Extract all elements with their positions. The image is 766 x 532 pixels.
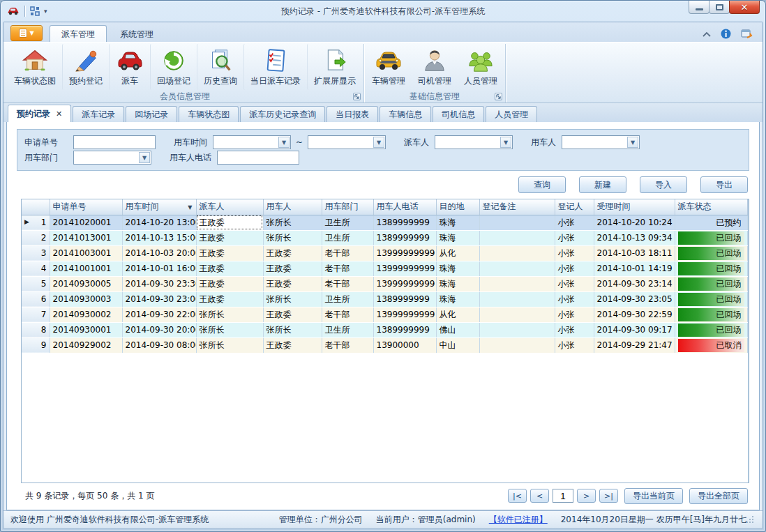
cell-remark[interactable] (479, 261, 555, 276)
row-indicator[interactable]: 9 (22, 337, 50, 353)
cell-registrar[interactable]: 小张 (555, 215, 594, 230)
cell-user[interactable]: 张所长 (263, 215, 322, 230)
cell-dept[interactable]: 卫生所 (322, 230, 373, 245)
cell-use_time[interactable]: 2014-09-30 22:00 (122, 307, 196, 322)
cell-dept[interactable]: 卫生所 (322, 322, 373, 337)
cell-user[interactable]: 张所长 (263, 230, 322, 245)
import-button[interactable]: 导入 (640, 176, 687, 193)
column-header-10[interactable]: 受理时间 (594, 199, 675, 215)
chevron-down-icon[interactable]: ▼ (627, 137, 638, 148)
column-header-9[interactable]: 登记人 (555, 199, 594, 215)
cell-user[interactable]: 张所长 (263, 291, 322, 307)
cell-dispatcher[interactable]: 张所长 (196, 337, 263, 353)
ribbon-button-1-1[interactable]: 司机管理 (412, 44, 458, 90)
sort-indicator-icon[interactable]: ▼ (188, 204, 192, 211)
maximize-button[interactable] (709, 1, 730, 14)
ribbon-button-0-1[interactable]: 预约登记 (62, 44, 109, 90)
column-header-7[interactable]: 目的地 (436, 199, 479, 215)
cell-dept[interactable]: 老干部 (322, 307, 373, 322)
cell-destination[interactable]: 从化 (436, 307, 479, 322)
cell-phone[interactable]: 1389999999 (373, 230, 436, 245)
cell-destination[interactable]: 珠海 (436, 215, 479, 230)
cell-use_time[interactable]: 2014-09-30 08:00 (122, 337, 196, 353)
filter-combo-0-3[interactable]: ▼ (308, 135, 386, 149)
cell-destination[interactable]: 珠海 (436, 276, 479, 291)
cell-phone[interactable]: 13999999999 (373, 245, 436, 261)
cell-order_no[interactable]: 20140930005 (50, 276, 122, 291)
cell-remark[interactable] (479, 307, 555, 322)
column-header-6[interactable]: 用车人电话 (373, 199, 436, 215)
cell-phone[interactable]: 1389999999 (373, 215, 436, 230)
ribbon-button-1-2[interactable]: 人员管理 (458, 44, 504, 90)
document-tab-3[interactable]: 车辆状态图 (179, 106, 239, 122)
row-indicator[interactable]: 3 (22, 245, 50, 261)
cell-destination[interactable]: 珠海 (436, 291, 479, 307)
document-tab-8[interactable]: 人员管理 (486, 106, 537, 122)
cell-use_time[interactable]: 2014-10-20 13:00 (122, 215, 196, 230)
cell-user[interactable]: 张所长 (263, 322, 322, 337)
cell-registrar[interactable]: 小张 (555, 276, 594, 291)
table-row[interactable]: 2201410130012014-10-13 15:00王政委张所长卫生所138… (22, 230, 747, 245)
collapse-ribbon-icon[interactable] (703, 31, 711, 37)
ribbon-button-0-0[interactable]: 车辆状态图 (8, 44, 62, 90)
column-header-1[interactable]: 申请单号 (50, 199, 122, 215)
column-header-11[interactable]: 派车状态 (675, 199, 747, 215)
table-row[interactable]: 9201409290022014-09-30 08:00张所长王政委老干部139… (22, 337, 747, 353)
dialog-launcher-icon[interactable] (495, 93, 502, 100)
cell-status[interactable]: 已预约 (675, 215, 747, 230)
cell-phone[interactable]: 13999999999 (373, 261, 436, 276)
cell-order_no[interactable]: 20141020001 (50, 215, 122, 230)
prev-page-button[interactable]: < (530, 489, 549, 503)
quick-access-grid-icon[interactable] (30, 6, 40, 17)
chevron-down-icon[interactable]: ▼ (373, 137, 384, 148)
skin-icon[interactable] (741, 29, 753, 39)
row-indicator[interactable]: 4 (22, 261, 50, 276)
next-page-button[interactable]: > (577, 489, 596, 503)
cell-accept_time[interactable]: 2014-10-03 18:11 (594, 245, 675, 261)
cell-dispatcher[interactable]: 王政委 (196, 261, 263, 276)
cell-dispatcher[interactable]: 王政委 (196, 215, 263, 230)
document-tab-4[interactable]: 派车历史记录查询 (240, 106, 325, 122)
ribbon-button-0-2[interactable]: 派车 (109, 44, 150, 90)
column-header-0[interactable] (22, 199, 50, 215)
cell-user[interactable]: 王政委 (263, 337, 322, 353)
cell-use_time[interactable]: 2014-09-30 23:00 (122, 291, 196, 307)
cell-dept[interactable]: 老干部 (322, 245, 373, 261)
cell-accept_time[interactable]: 2014-09-30 09:17 (594, 322, 675, 337)
row-indicator[interactable]: 7 (22, 307, 50, 322)
table-row[interactable]: 7201409300022014-09-30 22:00张所长王政委老干部139… (22, 307, 747, 322)
minimize-button[interactable] (689, 1, 709, 14)
document-tab-6[interactable]: 车辆信息 (380, 106, 431, 122)
cell-phone[interactable]: 1389999999 (373, 322, 436, 337)
export-current-page-button[interactable]: 导出当前页 (624, 488, 683, 504)
cell-remark[interactable] (479, 230, 555, 245)
document-tab-2[interactable]: 回场记录 (126, 106, 177, 122)
cell-status[interactable]: 已回场 (675, 230, 747, 245)
document-tab-7[interactable]: 司机信息 (433, 106, 484, 122)
ribbon-button-0-4[interactable]: 历史查询 (197, 44, 243, 90)
cell-phone[interactable]: 1389999999 (373, 291, 436, 307)
export-all-pages-button[interactable]: 导出全部页 (689, 488, 748, 504)
cell-order_no[interactable]: 20140930003 (50, 291, 122, 307)
ribbon-button-0-6[interactable]: 扩展屏显示 (307, 44, 362, 90)
cell-use_time[interactable]: 2014-09-30 23:30 (122, 276, 196, 291)
column-header-2[interactable]: 用车时间▼ (122, 199, 196, 215)
cell-phone[interactable]: 13999999999 (373, 276, 436, 291)
dialog-launcher-icon[interactable] (353, 93, 361, 100)
quick-access-dropdown-caret-icon[interactable]: ▾ (44, 8, 47, 15)
table-row[interactable]: 5201409300052014-09-30 23:30王政委王政委老干部139… (22, 276, 747, 291)
cell-dept[interactable]: 卫生所 (322, 215, 373, 230)
cell-status[interactable]: 已回场 (675, 322, 747, 337)
close-button[interactable]: ✕ (729, 1, 760, 14)
cell-status[interactable]: 已回场 (675, 276, 747, 291)
cell-dept[interactable]: 老干部 (322, 261, 373, 276)
page-number-input[interactable] (553, 489, 573, 503)
ribbon-button-0-3[interactable]: 回场登记 (150, 44, 197, 90)
cell-order_no[interactable]: 20141001001 (50, 261, 122, 276)
close-tab-icon[interactable]: ✕ (56, 109, 62, 119)
column-header-3[interactable]: 派车人 (196, 199, 263, 215)
cell-status[interactable]: 已回场 (675, 291, 747, 307)
cell-destination[interactable]: 珠海 (436, 230, 479, 245)
document-tab-1[interactable]: 派车记录 (73, 106, 124, 122)
cell-user[interactable]: 王政委 (263, 245, 322, 261)
